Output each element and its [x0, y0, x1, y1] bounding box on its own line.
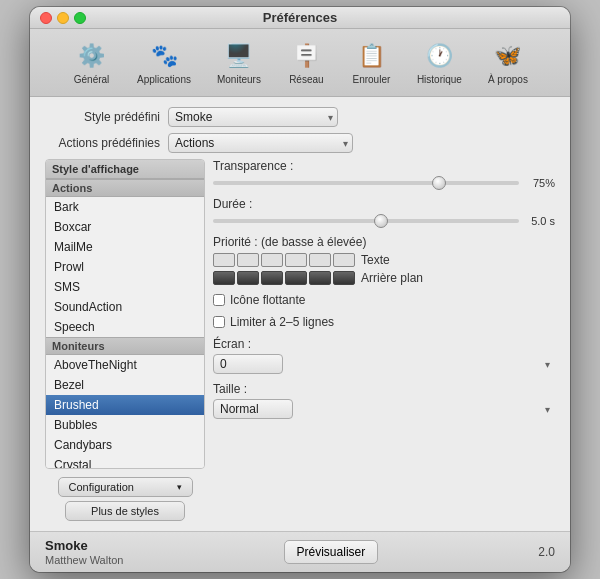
texte-block-3[interactable] — [261, 253, 283, 267]
sidebar-item-bezel[interactable]: Bezel — [46, 375, 204, 395]
sidebar-item-brushed[interactable]: Brushed — [46, 395, 204, 415]
general-icon: ⚙️ — [76, 40, 108, 72]
toolbar-apropos[interactable]: 🦋 À propos — [480, 37, 536, 88]
arriere-block-5[interactable] — [309, 271, 331, 285]
taille-section: Taille : Normal Small Large — [213, 382, 555, 419]
footer: Smoke Matthew Walton Prévisualiser 2.0 — [30, 531, 570, 572]
icone-label: Icône flottante — [230, 293, 305, 307]
duree-slider-row: 5.0 s — [213, 215, 555, 227]
texte-row: Texte — [213, 253, 555, 267]
toolbar-apropos-label: À propos — [488, 74, 528, 85]
texte-blocks — [213, 253, 355, 267]
footer-info: Smoke Matthew Walton — [45, 538, 123, 566]
arriere-block-4[interactable] — [285, 271, 307, 285]
config-chevron-icon: ▾ — [177, 482, 182, 492]
sidebar-actions-header: Actions — [46, 179, 204, 197]
apropos-icon: 🦋 — [492, 40, 524, 72]
enrouler-icon: 📋 — [355, 40, 387, 72]
sidebar-item-candybars[interactable]: Candybars — [46, 435, 204, 455]
footer-version: 2.0 — [538, 545, 555, 559]
sidebar-item-bubbles[interactable]: Bubbles — [46, 415, 204, 435]
texte-block-2[interactable] — [237, 253, 259, 267]
duree-slider[interactable] — [213, 219, 519, 223]
texte-block-6[interactable] — [333, 253, 355, 267]
minimize-button[interactable] — [57, 12, 69, 24]
arriere-block-2[interactable] — [237, 271, 259, 285]
texte-block-1[interactable] — [213, 253, 235, 267]
icone-checkbox[interactable] — [213, 294, 225, 306]
config-button[interactable]: Configuration ▾ — [58, 477, 193, 497]
texte-label: Texte — [361, 253, 390, 267]
sidebar-item-speech[interactable]: Speech — [46, 317, 204, 337]
taille-select-wrapper: Normal Small Large — [213, 399, 555, 419]
styles-button[interactable]: Plus de styles — [65, 501, 185, 521]
historique-icon: 🕐 — [423, 40, 455, 72]
toolbar-reseau-label: Réseau — [289, 74, 323, 85]
toolbar-enrouler[interactable]: 📋 Enrouler — [344, 37, 399, 88]
arriere-block-6[interactable] — [333, 271, 355, 285]
texte-block-5[interactable] — [309, 253, 331, 267]
limiter-checkbox[interactable] — [213, 316, 225, 328]
sidebar-item-soundaction[interactable]: SoundAction — [46, 297, 204, 317]
ecran-select[interactable]: 0 — [213, 354, 283, 374]
toolbar-enrouler-label: Enrouler — [352, 74, 390, 85]
right-panel: Transparence : 75% Durée : 5.0 s — [213, 159, 555, 521]
texte-block-4[interactable] — [285, 253, 307, 267]
sidebar-item-prowl[interactable]: Prowl — [46, 257, 204, 277]
sidebar-moniteurs-header: Moniteurs — [46, 337, 204, 355]
traffic-lights — [40, 12, 86, 24]
toolbar: ⚙️ Général 🐾 Applications 🖥️ Moniteurs 🪧… — [30, 29, 570, 97]
sidebar-item-abovethenight[interactable]: AboveTheNight — [46, 355, 204, 375]
duree-value: 5.0 s — [525, 215, 555, 227]
ecran-select-wrapper: 0 — [213, 354, 555, 374]
arriere-block-3[interactable] — [261, 271, 283, 285]
sidebar-item-bark[interactable]: Bark — [46, 197, 204, 217]
style-row: Style prédéfini Smoke — [45, 107, 555, 127]
style-label: Style prédéfini — [45, 110, 160, 124]
toolbar-applications-label: Applications — [137, 74, 191, 85]
actions-row: Actions prédéfinies Actions — [45, 133, 555, 153]
transparency-label: Transparence : — [213, 159, 555, 173]
sidebar: Style d'affichage Actions Bark Boxcar Ma… — [45, 159, 205, 469]
window-title: Préférences — [263, 10, 337, 25]
transparency-slider[interactable] — [213, 181, 519, 185]
transparency-slider-row: 75% — [213, 177, 555, 189]
style-select-wrapper: Smoke — [168, 107, 338, 127]
sidebar-bottom: Configuration ▾ Plus de styles — [45, 473, 205, 521]
toolbar-reseau[interactable]: 🪧 Réseau — [279, 37, 334, 88]
main-area: Style d'affichage Actions Bark Boxcar Ma… — [45, 159, 555, 521]
sidebar-item-mailme[interactable]: MailMe — [46, 237, 204, 257]
toolbar-general-label: Général — [74, 74, 110, 85]
transparency-value: 75% — [525, 177, 555, 189]
toolbar-applications[interactable]: 🐾 Applications — [129, 37, 199, 88]
duree-label: Durée : — [213, 197, 555, 211]
limiter-row: Limiter à 2–5 lignes — [213, 315, 555, 329]
arriere-block-1[interactable] — [213, 271, 235, 285]
preview-button[interactable]: Prévisualiser — [284, 540, 379, 564]
sidebar-item-sms[interactable]: SMS — [46, 277, 204, 297]
toolbar-historique[interactable]: 🕐 Historique — [409, 37, 470, 88]
maximize-button[interactable] — [74, 12, 86, 24]
toolbar-moniteurs[interactable]: 🖥️ Moniteurs — [209, 37, 269, 88]
taille-select[interactable]: Normal Small Large — [213, 399, 293, 419]
close-button[interactable] — [40, 12, 52, 24]
actions-select-wrapper: Actions — [168, 133, 353, 153]
toolbar-moniteurs-label: Moniteurs — [217, 74, 261, 85]
sidebar-container: Style d'affichage Actions Bark Boxcar Ma… — [45, 159, 205, 521]
config-label: Configuration — [69, 481, 134, 493]
toolbar-historique-label: Historique — [417, 74, 462, 85]
toolbar-general[interactable]: ⚙️ Général — [64, 37, 119, 88]
sidebar-item-crystal[interactable]: Crystal — [46, 455, 204, 469]
actions-label: Actions prédéfinies — [45, 136, 160, 150]
actions-select[interactable]: Actions — [168, 133, 353, 153]
ecran-section: Écran : 0 — [213, 337, 555, 374]
arriere-blocks — [213, 271, 355, 285]
priority-section: Priorité : (de basse à élevée) Texte — [213, 235, 555, 285]
ecran-label: Écran : — [213, 337, 555, 351]
preferences-window: Préférences ⚙️ Général 🐾 Applications 🖥️… — [30, 7, 570, 572]
sidebar-item-boxcar[interactable]: Boxcar — [46, 217, 204, 237]
footer-author: Matthew Walton — [45, 554, 123, 566]
style-select[interactable]: Smoke — [168, 107, 338, 127]
config-btn-row: Configuration ▾ — [45, 477, 205, 497]
sidebar-style-header: Style d'affichage — [46, 160, 204, 179]
